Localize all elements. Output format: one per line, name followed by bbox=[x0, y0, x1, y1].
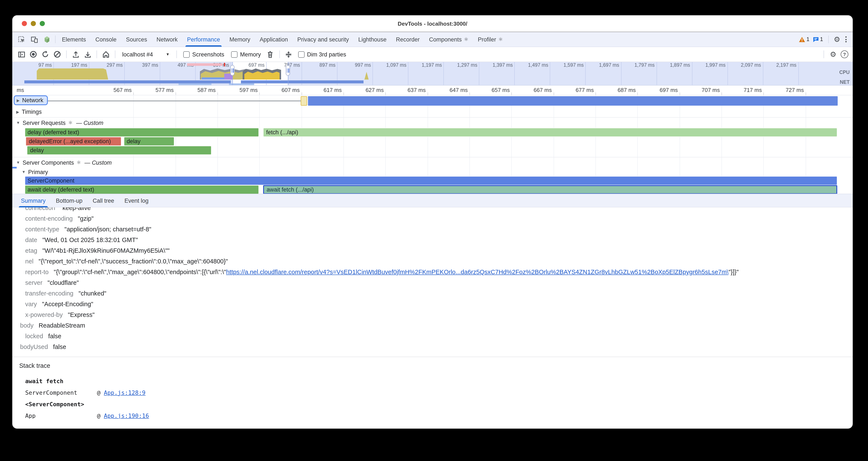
cpu-activity bbox=[37, 68, 108, 80]
selection-handle[interactable] bbox=[230, 65, 235, 76]
warnings-badge[interactable]: 1 bbox=[799, 36, 809, 42]
toggle-sidebar-icon[interactable] bbox=[17, 50, 26, 59]
tab-console[interactable]: Console bbox=[91, 32, 121, 47]
home-icon[interactable] bbox=[101, 50, 111, 59]
ruler-time-label: 607 ms bbox=[254, 87, 300, 93]
timings-track[interactable]: ▶ Timings bbox=[12, 107, 852, 117]
react-atom-icon: ⚛ bbox=[68, 120, 73, 126]
network-activity bbox=[24, 80, 231, 83]
help-icon[interactable]: ? bbox=[841, 51, 848, 58]
network-track-header[interactable]: ▶ Network bbox=[14, 96, 47, 104]
network-request[interactable] bbox=[308, 96, 837, 106]
network-activity bbox=[179, 83, 212, 85]
ruler-time-label: 577 ms bbox=[128, 87, 174, 93]
tab-network[interactable]: Network bbox=[152, 32, 182, 47]
network-request[interactable] bbox=[301, 96, 307, 106]
record-reload-button[interactable] bbox=[40, 50, 50, 59]
ruler-time-label: 717 ms bbox=[717, 87, 762, 93]
screen: DevTools - localhost:3000/ ElementsConso… bbox=[0, 0, 868, 461]
tab-summary[interactable]: Summary bbox=[16, 194, 51, 207]
issues-badge[interactable]: 1 bbox=[813, 36, 823, 42]
checkbox-label: Dim 3rd parties bbox=[307, 51, 346, 58]
minimap-time-label: 1,297 ms bbox=[440, 62, 477, 67]
property-value: "Accept-Encoding" bbox=[42, 300, 93, 308]
upload-profile-icon[interactable] bbox=[71, 50, 80, 59]
tab-call-tree[interactable]: Call tree bbox=[88, 194, 119, 207]
event-bar[interactable]: await delay (deferred text) bbox=[25, 185, 259, 194]
tab-lighthouse[interactable]: Lighthouse bbox=[354, 32, 391, 47]
inspect-element-icon[interactable] bbox=[15, 32, 28, 47]
property-key: report-to bbox=[25, 268, 49, 276]
primary-group-row[interactable]: ▼ Primary bbox=[12, 168, 852, 176]
tab-application[interactable]: Application bbox=[255, 32, 292, 47]
tab-elements[interactable]: Elements bbox=[57, 32, 91, 47]
property-row: etag"W/\"4b1-RjEJloX9kRinu6F0MAZMmy6E5iA… bbox=[12, 246, 852, 256]
screenshots-checkbox[interactable]: Screenshots bbox=[183, 51, 224, 58]
ruler-time-label: 567 ms bbox=[86, 87, 131, 93]
property-row: nel"{\"report_to\":\"cf-nel\",\"success_… bbox=[12, 256, 852, 267]
cpu-activity bbox=[364, 72, 369, 80]
collapse-tracks-icon[interactable] bbox=[284, 50, 293, 59]
tab-sources[interactable]: Sources bbox=[121, 32, 152, 47]
window-title: DevTools - localhost:3000/ bbox=[12, 16, 852, 32]
timeline-tracks: ▶ Network ▶ Timings ▼ Server Requests ⚛ … bbox=[12, 95, 852, 194]
minimap-time-label: 397 ms bbox=[121, 62, 158, 67]
event-bar[interactable]: delayedError (...ayed exception) bbox=[26, 137, 121, 146]
event-bar[interactable]: fetch (.../api) bbox=[263, 128, 837, 137]
tab-event-log[interactable]: Event log bbox=[119, 194, 154, 207]
tab-recorder[interactable]: Recorder bbox=[391, 32, 424, 47]
tab-label: Memory bbox=[229, 36, 250, 42]
event-bar[interactable]: ServerComponent bbox=[25, 176, 837, 185]
property-key: vary bbox=[25, 300, 37, 308]
stack-frame: App@App.js:190:16 bbox=[12, 410, 852, 419]
event-bar[interactable]: delay bbox=[27, 146, 212, 155]
timeline-overview[interactable]: 97 ms197 ms297 ms397 ms497 ms597 ms697 m… bbox=[12, 62, 852, 86]
settings-gear-icon[interactable]: ⚙ bbox=[834, 36, 840, 43]
memory-checkbox[interactable]: Memory bbox=[231, 51, 261, 58]
garbage-collect-icon[interactable] bbox=[266, 50, 275, 59]
property-key: date bbox=[25, 236, 37, 243]
event-bar[interactable]: delay (deferred text) bbox=[25, 128, 259, 137]
record-button[interactable] bbox=[29, 50, 38, 59]
details-tabbar: SummaryBottom-upCall treeEvent log bbox=[12, 194, 852, 207]
tab-components[interactable]: Components⚛ bbox=[424, 32, 473, 47]
capture-settings-gear-icon[interactable]: ⚙ bbox=[830, 51, 837, 58]
ruler-time-label: 677 ms bbox=[549, 87, 594, 93]
selection-handle[interactable] bbox=[286, 65, 290, 76]
window-titlebar: DevTools - localhost:3000/ bbox=[12, 16, 852, 32]
clear-button[interactable] bbox=[53, 50, 62, 59]
more-options-icon[interactable] bbox=[844, 36, 848, 42]
minimap-time-label: 2,097 ms bbox=[723, 62, 761, 67]
device-toolbar-icon[interactable] bbox=[28, 32, 40, 47]
server-requests-track-header[interactable]: ▼ Server Requests ⚛ — Custom bbox=[12, 118, 852, 128]
detail-ruler: ms567 ms577 ms587 ms597 ms607 ms617 ms62… bbox=[12, 86, 852, 95]
tab-bottom-up[interactable]: Bottom-up bbox=[51, 194, 88, 207]
tab-label: Components bbox=[429, 36, 462, 42]
ruler-time-label: 687 ms bbox=[591, 87, 636, 93]
event-bar[interactable]: await fetch (.../api) bbox=[263, 185, 837, 194]
dim-3rd-parties-checkbox[interactable]: Dim 3rd parties bbox=[298, 51, 346, 58]
tab-label: Profiler bbox=[478, 36, 496, 42]
stack-frame-source-link[interactable]: App.js:128:9 bbox=[104, 389, 146, 396]
property-value: false bbox=[53, 343, 66, 350]
tab-profiler[interactable]: Profiler⚛ bbox=[473, 32, 507, 47]
server-components-track-header[interactable]: ▼ Server Components ⚛ — Custom bbox=[12, 157, 852, 168]
tab-privacy-and-security[interactable]: Privacy and security bbox=[292, 32, 354, 47]
minimap-time-label: 297 ms bbox=[85, 62, 123, 67]
event-bar[interactable]: delay bbox=[124, 137, 174, 146]
tab-label: Privacy and security bbox=[297, 36, 349, 42]
tab-performance[interactable]: Performance bbox=[182, 32, 225, 47]
react-atom-icon: ⚛ bbox=[498, 36, 503, 42]
stack-frame-source-link[interactable]: App.js:190:16 bbox=[104, 412, 149, 419]
checkbox-label: Memory bbox=[240, 51, 261, 58]
warning-count: 1 bbox=[806, 36, 809, 42]
report-to-url-link[interactable]: https://a.nel.cloudflare.com/report/v4?s… bbox=[226, 268, 728, 276]
stack-trace: await fetchServerComponent@App.js:128:9<… bbox=[12, 375, 852, 419]
property-value: "gzip" bbox=[78, 215, 94, 222]
disclosure-triangle-icon: ▶ bbox=[17, 98, 20, 103]
tab-memory[interactable]: Memory bbox=[225, 32, 255, 47]
property-key: content-encoding bbox=[25, 215, 73, 222]
profile-select[interactable]: localhost #4 ▼ bbox=[120, 51, 172, 58]
property-row: report-to"{\"group\":\"cf-nel\",\"max_ag… bbox=[12, 267, 852, 278]
download-profile-icon[interactable] bbox=[83, 50, 92, 59]
